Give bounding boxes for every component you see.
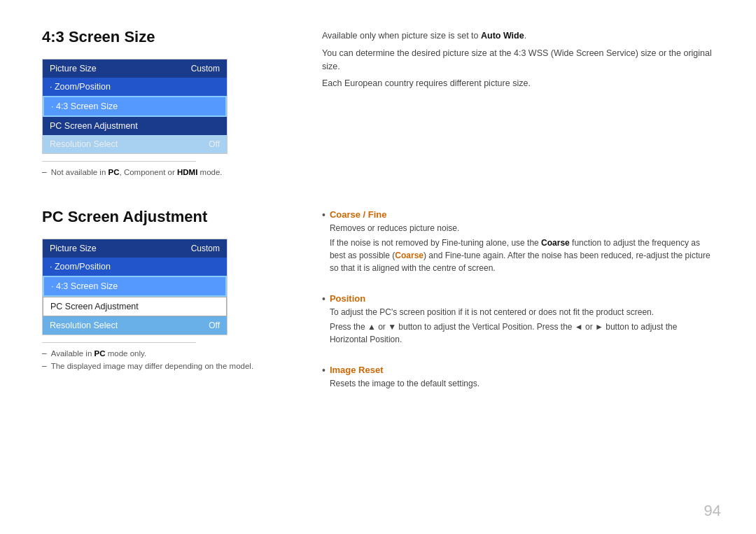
bullet-block-coarse-fine: Coarse / Fine Removes or reduces picture… [330, 209, 714, 276]
bullet-image-reset: • Image Reset Resets the image to the de… [322, 365, 714, 402]
bullet-dot-2: • [322, 293, 326, 358]
bullet-dot-3: • [322, 365, 326, 402]
bullet-coarse-fine: • Coarse / Fine Removes or reduces pictu… [322, 209, 714, 286]
menu-item-resolution-select-s1[interactable]: Resolution Select Off [43, 135, 227, 153]
s2-picture-size-value: Custom [191, 244, 220, 253]
note-dash-2: – [42, 361, 47, 371]
s2-43-screen-size[interactable]: · 4:3 Screen Size [43, 276, 227, 297]
note-bold-pc: PC [108, 168, 120, 176]
section1-menu: Picture Size Custom · Zoom/Position · 4:… [42, 59, 227, 154]
section1-left: 4:3 Screen Size Picture Size Custom · Zo… [42, 28, 308, 180]
note-bold-pc2: PC [94, 349, 106, 358]
auto-wide-bold: Auto Wide [481, 31, 524, 41]
page: 4:3 Screen Size Picture Size Custom · Zo… [0, 0, 756, 534]
bullet-title-coarse-fine: Coarse / Fine [330, 209, 714, 220]
section1-divider [42, 161, 196, 162]
coarse-paren: Coarse [395, 251, 424, 260]
menu-item-resolution-label-s1: Resolution Select [50, 139, 118, 149]
section2-title: PC Screen Adjustment [42, 208, 287, 226]
section2-note1: – Available in PC mode only. [42, 349, 287, 358]
section1-rt1: Available only when picture size is set … [322, 29, 714, 43]
menu-item-pc-screen-adj[interactable]: PC Screen Adjustment [43, 117, 227, 135]
section1-rt2: You can determine the desired picture si… [322, 47, 714, 73]
s2-resolution-select[interactable]: Resolution Select Off [43, 316, 227, 335]
s2-resolution-label: Resolution Select [50, 321, 118, 330]
s2-43-label: · 4:3 Screen Size [51, 281, 118, 291]
menu-item-picture-size-label: Picture Size [50, 64, 97, 73]
section2-note2: – The displayed image may differ dependi… [42, 361, 287, 371]
bullet-text-image-reset-1: Resets the image to the default settings… [330, 377, 479, 390]
bullet-block-position: Position To adjust the PC's screen posit… [330, 293, 714, 348]
section-43-screen-size: 4:3 Screen Size Picture Size Custom · Zo… [42, 28, 714, 180]
menu-item-zoom-position[interactable]: · Zoom/Position [43, 78, 227, 96]
menu-item-pc-label: PC Screen Adjustment [50, 121, 138, 131]
section1-note-line: – Not available in PC, Component or HDMI… [42, 167, 287, 177]
section-pc-screen-adjustment: PC Screen Adjustment Picture Size Custom… [42, 208, 714, 409]
menu-item-zoom-label: · Zoom/Position [50, 82, 111, 92]
note-text-s1: Not available in PC, Component or HDMI m… [51, 168, 223, 176]
section1-right: Available only when picture size is set … [308, 28, 714, 180]
page-number: 94 [704, 502, 721, 520]
s2-menu-picture-size[interactable]: Picture Size Custom [43, 239, 227, 258]
bullet-text-coarse-2: If the noise is not removed by Fine-tuni… [330, 237, 714, 274]
bullet-dot-1: • [322, 209, 326, 286]
s2-pc-label: PC Screen Adjustment [50, 302, 139, 311]
s2-pc-screen-adj[interactable]: PC Screen Adjustment [43, 297, 227, 316]
bullet-title-image-reset: Image Reset [330, 365, 479, 375]
bullet-text-position-1: To adjust the PC's screen position if it… [330, 306, 714, 318]
bullet-text-position-2: Press the ▲ or ▼ button to adjust the Ve… [330, 321, 714, 346]
section2-right: • Coarse / Fine Removes or reduces pictu… [308, 208, 714, 409]
bullet-block-image-reset: Image Reset Resets the image to the defa… [330, 365, 479, 392]
note-text-s2-1: Available in PC mode only. [51, 349, 146, 358]
section1-rt3: Each European country requires different… [322, 77, 714, 90]
menu-item-resolution-value-s1: Off [209, 139, 220, 149]
bullet-text-coarse-1: Removes or reduces picture noise. [330, 222, 714, 234]
coarse-bold: Coarse [541, 238, 570, 248]
note-bold-hdmi: HDMI [177, 168, 197, 176]
menu-item-43-screen-size[interactable]: · 4:3 Screen Size [43, 96, 227, 117]
section2-notes: – Available in PC mode only. – The displ… [42, 349, 287, 371]
menu-item-picture-size-value: Custom [191, 64, 220, 73]
note-dash: – [42, 167, 47, 177]
section2-left: PC Screen Adjustment Picture Size Custom… [42, 208, 308, 409]
note-dash-1: – [42, 349, 47, 358]
s2-zoom-position[interactable]: · Zoom/Position [43, 258, 227, 276]
s2-picture-size-label: Picture Size [50, 244, 97, 253]
s2-resolution-value: Off [209, 321, 220, 330]
bullet-position: • Position To adjust the PC's screen pos… [322, 293, 714, 358]
menu-item-picture-size[interactable]: Picture Size Custom [43, 59, 227, 78]
section1-title: 4:3 Screen Size [42, 28, 287, 46]
section2-menu: Picture Size Custom · Zoom/Position · 4:… [42, 239, 227, 335]
bullet-title-position: Position [330, 293, 714, 304]
section2-divider [42, 342, 196, 343]
menu-item-43-label: · 4:3 Screen Size [51, 101, 118, 111]
s2-zoom-label: · Zoom/Position [50, 262, 111, 272]
section1-note: – Not available in PC, Component or HDMI… [42, 167, 287, 177]
note-text-s2-2: The displayed image may differ depending… [51, 362, 253, 370]
